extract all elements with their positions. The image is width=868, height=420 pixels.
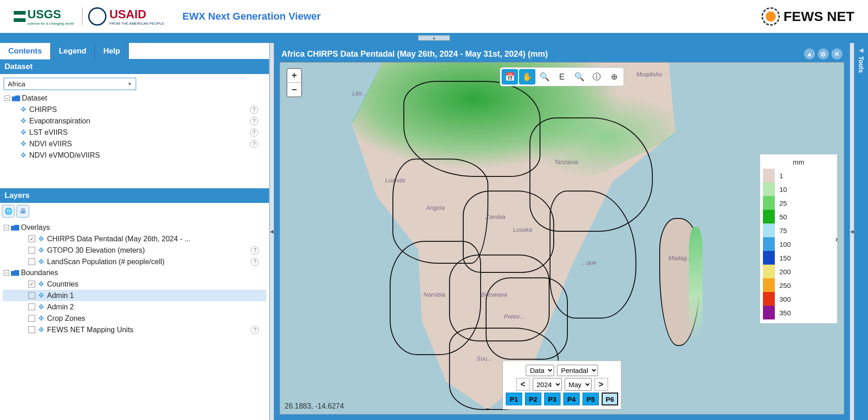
left-splitter[interactable]: ◀ bbox=[270, 43, 274, 420]
region-select[interactable]: Africa ▼ bbox=[4, 78, 136, 90]
tab-contents[interactable]: Contents bbox=[0, 43, 51, 59]
help-icon[interactable]: ? bbox=[250, 117, 258, 125]
forbidden-icon[interactable]: ⊘ bbox=[818, 48, 829, 59]
layer-checkbox[interactable]: ✓ bbox=[28, 235, 35, 242]
pentad-button[interactable]: P6 bbox=[602, 393, 618, 405]
layers-panel-body[interactable]: − Overlays ✓❖CHIRPS Data Pentadal (May 2… bbox=[0, 219, 269, 393]
help-icon[interactable]: ? bbox=[251, 246, 259, 255]
boundaries-label: Boundaries bbox=[21, 269, 58, 277]
identify-tool-button[interactable]: ⓘ bbox=[588, 69, 605, 85]
map-madagascar-rain bbox=[689, 227, 703, 341]
right-splitter[interactable]: ◀ bbox=[850, 43, 854, 420]
layer-checkbox[interactable] bbox=[28, 292, 35, 299]
help-icon[interactable]: ? bbox=[251, 326, 259, 334]
region-select-value: Africa bbox=[8, 80, 25, 88]
layer-checkbox[interactable] bbox=[28, 247, 35, 254]
print-tool-button[interactable]: 🖶 bbox=[16, 205, 29, 218]
chevron-left-icon[interactable]: ◀ bbox=[859, 47, 863, 53]
help-icon[interactable]: ? bbox=[250, 140, 258, 148]
logo-group: USGS science for a changing world USAID … bbox=[14, 7, 164, 26]
layer-checkbox[interactable] bbox=[28, 326, 35, 333]
prev-button[interactable]: < bbox=[516, 378, 530, 391]
help-icon[interactable]: ? bbox=[251, 258, 259, 266]
legend-value: 200 bbox=[779, 268, 791, 276]
info-cursor-icon: ⓘ bbox=[593, 71, 601, 82]
target-tool-button[interactable]: ⊕ bbox=[606, 69, 622, 85]
layer-item[interactable]: ❖Crop Zones bbox=[3, 313, 266, 324]
layer-icon: ❖ bbox=[19, 105, 27, 114]
legend-value: 100 bbox=[779, 240, 791, 248]
next-button[interactable]: > bbox=[594, 378, 608, 391]
dataset-item[interactable]: ❖Evapotranspiration? bbox=[4, 115, 265, 127]
collapse-top-handle[interactable]: ▲ bbox=[418, 35, 450, 41]
dataset-item[interactable]: ❖CHIRPS? bbox=[4, 104, 265, 115]
year-select[interactable]: 2024 bbox=[533, 378, 562, 391]
help-icon[interactable]: ? bbox=[250, 106, 258, 114]
layer-item[interactable]: ❖Admin 2 bbox=[3, 301, 266, 313]
layer-checkbox[interactable] bbox=[28, 315, 35, 322]
zoom-out-tool-button[interactable]: 🔍 bbox=[571, 69, 587, 85]
magnifier-plus-icon: 🔍 bbox=[540, 72, 550, 82]
globe-tool-button[interactable]: 🌐 bbox=[2, 205, 15, 218]
legend-value: 75 bbox=[779, 227, 787, 234]
pentad-button[interactable]: P1 bbox=[506, 393, 522, 405]
layer-item[interactable]: ❖LandScan Population (# people/cell)? bbox=[3, 256, 266, 267]
map-label: Muqdisho bbox=[636, 71, 662, 78]
pentad-button[interactable]: P5 bbox=[582, 393, 599, 405]
collapse-icon[interactable]: − bbox=[4, 270, 9, 276]
layer-item[interactable]: ❖FEWS NET Mapping Units? bbox=[3, 324, 266, 335]
legend-swatch bbox=[763, 210, 775, 223]
extent-tool-button[interactable]: E bbox=[554, 69, 570, 85]
pan-tool-button[interactable]: ✋ bbox=[519, 69, 535, 85]
collapse-icon[interactable]: − bbox=[5, 96, 10, 101]
collapse-up-icon[interactable]: ▲ bbox=[804, 48, 815, 59]
data-type-select[interactable]: Data bbox=[526, 365, 554, 376]
tab-legend[interactable]: Legend bbox=[51, 43, 95, 59]
overlays-folder[interactable]: − Overlays bbox=[3, 222, 266, 233]
tab-help[interactable]: Help bbox=[95, 43, 129, 59]
collapse-icon[interactable]: − bbox=[4, 225, 9, 230]
close-icon[interactable]: ✕ bbox=[831, 48, 842, 59]
dataset-root-node[interactable]: − Dataset bbox=[4, 93, 265, 104]
layers-panel-header: Layers bbox=[0, 188, 269, 203]
layer-icon: ❖ bbox=[37, 246, 45, 255]
legend-row: 50 bbox=[763, 210, 834, 223]
layer-checkbox[interactable] bbox=[28, 258, 35, 265]
zoom-in-tool-button[interactable]: 🔍 bbox=[536, 69, 553, 85]
pentad-button[interactable]: P2 bbox=[525, 393, 541, 405]
dataset-item[interactable]: ❖LST eVIIRS? bbox=[4, 127, 265, 138]
layer-icon: ❖ bbox=[19, 151, 27, 159]
zoom-in-button[interactable]: + bbox=[287, 69, 301, 83]
layer-item[interactable]: ✓❖CHIRPS Data Pentadal (May 26th, 2024 -… bbox=[3, 233, 266, 245]
zoom-out-button[interactable]: − bbox=[287, 83, 301, 96]
map-title-bar: Africa CHIRPS Data Pentadal (May 26th, 2… bbox=[280, 48, 844, 62]
pentad-button[interactable]: P4 bbox=[563, 393, 580, 405]
interval-select[interactable]: Pentadal bbox=[557, 365, 598, 376]
legend-expand-icon[interactable]: › bbox=[835, 234, 838, 244]
pentad-button[interactable]: P3 bbox=[544, 393, 561, 405]
legend-swatch bbox=[763, 223, 775, 237]
boundaries-folder[interactable]: − Boundaries bbox=[3, 267, 266, 278]
layer-checkbox[interactable]: ✓ bbox=[28, 281, 35, 287]
usgs-subtext: science for a changing world bbox=[27, 21, 74, 26]
layer-item[interactable]: ❖GTOPO 30 Elevation (meters)? bbox=[3, 245, 266, 256]
legend-row: 75 bbox=[763, 223, 834, 237]
tools-sidebar[interactable]: ◀ Tools bbox=[854, 43, 868, 420]
dataset-item[interactable]: ❖NDVI eVIIRS? bbox=[4, 138, 265, 149]
left-panel: Contents Legend Help Dataset Africa ▼ − … bbox=[0, 43, 270, 420]
layer-checkbox[interactable] bbox=[28, 303, 35, 310]
time-tool-button[interactable]: 📅 bbox=[502, 69, 518, 85]
layer-item[interactable]: ❖Admin 1 bbox=[3, 290, 266, 301]
month-select[interactable]: May bbox=[565, 378, 592, 391]
fewsnet-text: FEWS NET bbox=[783, 9, 854, 24]
layer-item[interactable]: ✓❖Countries bbox=[3, 278, 266, 290]
layer-icon: ❖ bbox=[37, 314, 45, 323]
map-canvas[interactable]: Libr... Luanda Angola Zambia Lusaka Nami… bbox=[280, 62, 844, 415]
dataset-item[interactable]: ❖NDVI eVMOD/eVIIRS bbox=[4, 149, 265, 161]
legend-swatch bbox=[763, 251, 775, 265]
legend-value: 50 bbox=[779, 213, 787, 221]
legend-value: 150 bbox=[779, 254, 791, 262]
main-layout: Contents Legend Help Dataset Africa ▼ − … bbox=[0, 43, 868, 420]
help-icon[interactable]: ? bbox=[250, 128, 258, 137]
dataset-panel-body[interactable]: Africa ▼ − Dataset ❖CHIRPS? ❖Evapotransp… bbox=[0, 74, 269, 188]
